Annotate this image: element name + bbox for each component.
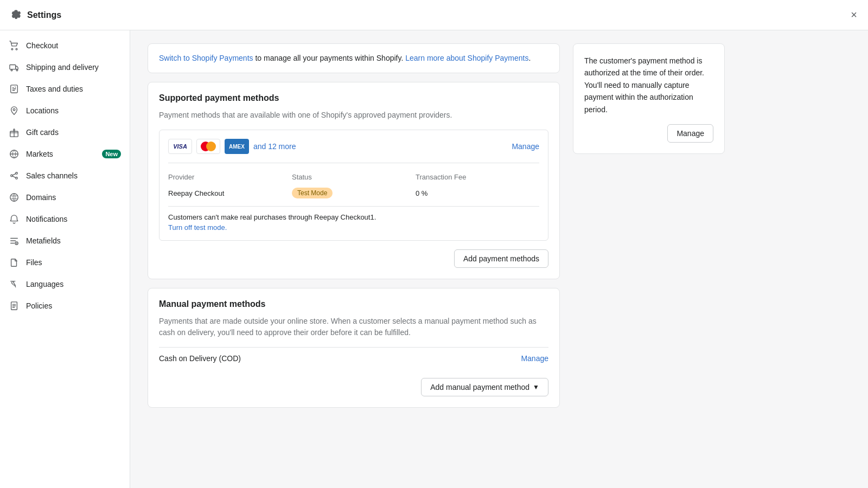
svg-point-4: [13, 108, 15, 111]
manage-btn-row: Manage: [584, 124, 713, 143]
tax-icon: [9, 84, 20, 94]
sidebar-item-metafields[interactable]: Metafields: [0, 230, 130, 252]
and-more-link[interactable]: and 12 more: [253, 142, 296, 151]
fee-header: Transaction Fee: [416, 173, 539, 181]
amex-icon: AMEX: [225, 139, 249, 154]
add-payment-btn-row: Add payment methods: [159, 249, 548, 268]
domains-icon: [9, 192, 20, 203]
visa-icon: VISA: [168, 139, 192, 154]
sidebar-item-checkout[interactable]: Checkout: [0, 35, 130, 56]
mastercard-icon: [196, 139, 220, 154]
learn-more-link[interactable]: Learn more about Shopify Payments: [405, 54, 528, 62]
fee-value: 0 %: [416, 189, 539, 197]
supported-card-title: Supported payment methods: [159, 93, 548, 103]
payment-icons-container: VISA AMEX and 12 more Manage: [159, 130, 548, 241]
add-manual-btn-row: Add manual payment method ▼: [159, 378, 548, 396]
payment-icons-manage-link[interactable]: Manage: [512, 142, 539, 151]
svg-rect-0: [10, 65, 16, 69]
sidebar-item-policies[interactable]: Policies: [0, 295, 130, 317]
settings-icon: [11, 9, 22, 21]
chevron-down-icon: ▼: [533, 383, 539, 391]
cod-row: Cash on Delivery (COD) Manage: [159, 347, 548, 369]
sidebar-domains-label: Domains: [26, 193, 121, 202]
sidebar-files-label: Files: [26, 258, 121, 267]
status-value: Test Mode: [292, 188, 416, 198]
location-icon: [9, 105, 20, 116]
sidebar-gift-cards-label: Gift cards: [26, 128, 121, 137]
sidebar-shipping-label: Shipping and delivery: [26, 63, 121, 72]
sidebar-item-taxes[interactable]: Taxes and duties: [0, 78, 130, 100]
sidebar: Checkout Shipping and delivery Taxes and…: [0, 30, 130, 488]
sidebar-item-gift-cards[interactable]: Gift cards: [0, 121, 130, 143]
sidebar-policies-label: Policies: [26, 301, 121, 310]
cod-manage-link[interactable]: Manage: [521, 354, 548, 363]
sidebar-languages-label: Languages: [26, 280, 121, 288]
notice-text2: .: [528, 54, 531, 62]
manual-card-description: Payments that are made outside your onli…: [159, 316, 548, 338]
metafields-icon: [9, 235, 20, 246]
supported-payment-methods-card: Supported payment methods Payment method…: [148, 82, 560, 279]
files-icon: [9, 257, 20, 268]
markets-new-badge: New: [102, 150, 121, 158]
manual-payment-methods-card: Manual payment methods Payments that are…: [148, 288, 560, 408]
sidebar-markets-label: Markets: [26, 150, 93, 158]
sidebar-item-sales-channels[interactable]: Sales channels: [0, 165, 130, 187]
sidebar-item-domains[interactable]: Domains: [0, 187, 130, 208]
sidebar-item-shipping[interactable]: Shipping and delivery: [0, 56, 130, 78]
divider: [168, 163, 539, 163]
test-mode-warning: Customers can't make real purchases thro…: [168, 206, 539, 232]
sidebar-locations-label: Locations: [26, 106, 121, 115]
svg-point-10: [10, 194, 18, 201]
globe-icon: [9, 149, 20, 159]
main-content: Switch to Shopify Payments to manage all…: [130, 30, 868, 488]
bell-icon: [9, 214, 20, 224]
test-mode-badge: Test Mode: [292, 188, 333, 198]
add-payment-methods-button[interactable]: Add payment methods: [454, 249, 548, 268]
sidebar-notifications-label: Notifications: [26, 215, 121, 223]
truck-icon: [9, 62, 20, 73]
cod-label: Cash on Delivery (COD): [159, 354, 241, 363]
sidebar-item-notifications[interactable]: Notifications: [0, 208, 130, 230]
provider-table: Provider Status Transaction Fee Reepay C…: [168, 170, 539, 202]
cart-icon: [9, 40, 20, 51]
sales-icon: [9, 170, 20, 181]
close-icon[interactable]: ×: [851, 9, 857, 21]
add-manual-btn-label: Add manual payment method: [430, 383, 529, 391]
sidebar-item-languages[interactable]: Languages: [0, 273, 130, 295]
mc-circle-orange: [206, 142, 216, 151]
provider-header-row: Provider Status Transaction Fee: [168, 170, 539, 184]
payment-icons-row: VISA AMEX and 12 more Manage: [168, 139, 539, 154]
content-area: Switch to Shopify Payments to manage all…: [148, 43, 560, 475]
sidebar-sales-label: Sales channels: [26, 171, 121, 180]
sidebar-item-locations[interactable]: Locations: [0, 100, 130, 121]
right-panel: The customer's payment method is authori…: [573, 43, 725, 475]
authorization-info-card: The customer's payment method is authori…: [573, 43, 725, 154]
supported-card-description: Payment methods that are available with …: [159, 110, 548, 121]
sidebar-metafields-label: Metafields: [26, 236, 121, 245]
sidebar-checkout-label: Checkout: [26, 41, 121, 50]
shopify-payments-notice: Switch to Shopify Payments to manage all…: [148, 43, 560, 73]
status-header: Status: [292, 173, 416, 181]
provider-header: Provider: [168, 173, 292, 181]
switch-to-shopify-payments-link[interactable]: Switch to Shopify Payments: [159, 54, 253, 62]
sidebar-item-files[interactable]: Files: [0, 252, 130, 273]
manual-card-title: Manual payment methods: [159, 299, 548, 309]
languages-icon: [9, 279, 20, 290]
notice-text1: to manage all your payments within Shopi…: [253, 54, 406, 62]
authorization-text: The customer's payment method is authori…: [584, 55, 713, 115]
manage-button[interactable]: Manage: [667, 124, 713, 143]
gift-icon: [9, 127, 20, 138]
app-title: Settings: [27, 10, 61, 20]
sidebar-item-markets[interactable]: Markets New: [0, 143, 130, 165]
provider-data-row: Reepay Checkout Test Mode 0 %: [168, 184, 539, 202]
provider-name: Reepay Checkout: [168, 189, 292, 197]
svg-point-1: [11, 69, 12, 71]
turn-off-test-mode-link[interactable]: Turn off test mode.: [168, 223, 227, 232]
add-manual-payment-button[interactable]: Add manual payment method ▼: [421, 378, 548, 396]
svg-point-2: [16, 69, 18, 71]
card-icons-group: VISA AMEX and 12 more: [168, 139, 296, 154]
warning-text: Customers can't make real purchases thro…: [168, 213, 539, 221]
sidebar-taxes-label: Taxes and duties: [26, 85, 121, 93]
policies-icon: [9, 300, 20, 311]
